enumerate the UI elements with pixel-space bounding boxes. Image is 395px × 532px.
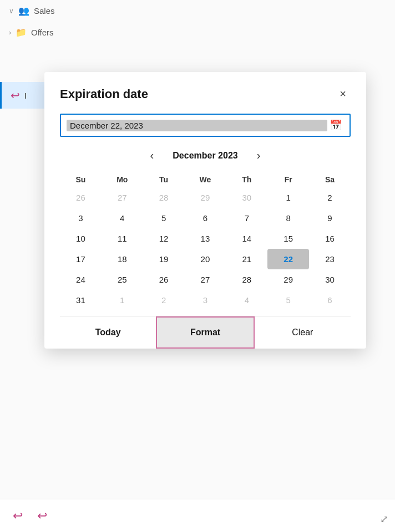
calendar-day[interactable]: 19 bbox=[143, 249, 185, 269]
calendar-day[interactable]: 21 bbox=[226, 249, 267, 269]
calendar-day[interactable]: 23 bbox=[309, 249, 351, 269]
calendar-day[interactable]: 6 bbox=[185, 208, 226, 228]
calendar-day[interactable]: 6 bbox=[309, 290, 351, 310]
calendar-day[interactable]: 24 bbox=[60, 269, 102, 290]
calendar-day[interactable]: 12 bbox=[143, 228, 185, 249]
calendar-day[interactable]: 10 bbox=[60, 228, 102, 249]
back-nav-icon[interactable]: ↩ bbox=[9, 507, 27, 525]
calendar-week-row: 10111213141516 bbox=[60, 228, 351, 249]
weekday-sa: Sa bbox=[309, 171, 351, 187]
calendar-day[interactable]: 15 bbox=[267, 228, 309, 249]
calendar-week-row: 262728293012 bbox=[60, 187, 351, 208]
weekday-fr: Fr bbox=[267, 171, 309, 187]
calendar-day[interactable]: 3 bbox=[60, 208, 102, 228]
chevron-down-icon: ∨ bbox=[9, 7, 14, 15]
calendar-day[interactable]: 3 bbox=[185, 290, 226, 310]
calendar-day[interactable]: 31 bbox=[60, 290, 102, 310]
calendar-day[interactable]: 2 bbox=[309, 187, 351, 208]
dialog-title: Expiration date bbox=[60, 87, 148, 101]
calendar-day[interactable]: 1 bbox=[267, 187, 309, 208]
clear-button[interactable]: Clear bbox=[255, 316, 351, 349]
calendar-day[interactable]: 8 bbox=[267, 208, 309, 228]
dialog-header: Expiration date × bbox=[60, 85, 351, 103]
calendar-day[interactable]: 25 bbox=[102, 269, 143, 290]
calendar-day[interactable]: 14 bbox=[226, 228, 267, 249]
date-input-value[interactable]: December 22, 2023 bbox=[67, 120, 327, 131]
calendar-day[interactable]: 29 bbox=[267, 269, 309, 290]
calendar-day[interactable]: 28 bbox=[143, 187, 185, 208]
second-nav-icon[interactable]: ↩ bbox=[33, 507, 51, 525]
calendar-day[interactable]: 20 bbox=[185, 249, 226, 269]
calendar-day[interactable]: 7 bbox=[226, 208, 267, 228]
calendar-day[interactable]: 16 bbox=[309, 228, 351, 249]
calendar-day[interactable]: 1 bbox=[102, 290, 143, 310]
calendar-day[interactable]: 27 bbox=[102, 187, 143, 208]
calendar-day[interactable]: 2 bbox=[143, 290, 185, 310]
expiration-date-dialog: Expiration date × December 22, 2023 📅 ‹ … bbox=[44, 72, 366, 349]
sidebar-item-sales[interactable]: ∨ 👥 Sales bbox=[0, 0, 395, 22]
calendar-day[interactable]: 4 bbox=[102, 208, 143, 228]
dialog-footer: Today Format Clear bbox=[60, 316, 351, 349]
calendar-day[interactable]: 9 bbox=[309, 208, 351, 228]
month-year-label: December 2023 bbox=[173, 151, 237, 161]
prev-month-button[interactable]: ‹ bbox=[145, 147, 160, 164]
weekday-mo: Mo bbox=[102, 171, 143, 187]
calendar-day[interactable]: 26 bbox=[143, 269, 185, 290]
weekday-tu: Tu bbox=[143, 171, 185, 187]
resize-icon[interactable]: ⤢ bbox=[380, 513, 388, 525]
calendar-day[interactable]: 11 bbox=[102, 228, 143, 249]
weekday-we: We bbox=[185, 171, 226, 187]
calendar-day[interactable]: 26 bbox=[60, 187, 102, 208]
weekday-th: Th bbox=[226, 171, 267, 187]
calendar-day[interactable]: 29 bbox=[185, 187, 226, 208]
calendar-day[interactable]: 5 bbox=[143, 208, 185, 228]
calendar-day[interactable]: 18 bbox=[102, 249, 143, 269]
calendar-week-row: 31123456 bbox=[60, 290, 351, 310]
calendar-week-row: 3456789 bbox=[60, 208, 351, 228]
today-button[interactable]: Today bbox=[60, 316, 156, 349]
calendar-day[interactable]: 5 bbox=[267, 290, 309, 310]
calendar-week-row: 17181920212223 bbox=[60, 249, 351, 269]
calendar-day[interactable]: 30 bbox=[226, 187, 267, 208]
calendar-day[interactable]: 27 bbox=[185, 269, 226, 290]
chevron-right-icon: › bbox=[9, 29, 11, 37]
back-icon: ↩ bbox=[11, 89, 20, 102]
weekday-header-row: Su Mo Tu We Th Fr Sa bbox=[60, 171, 351, 187]
sidebar-item-label: Offers bbox=[31, 28, 54, 37]
calendar-day[interactable]: 17 bbox=[60, 249, 102, 269]
date-input-wrapper: December 22, 2023 📅 bbox=[60, 114, 351, 137]
people-icon: 👥 bbox=[18, 6, 29, 16]
calendar-icon-button[interactable]: 📅 bbox=[327, 118, 344, 132]
calendar-grid: Su Mo Tu We Th Fr Sa 2627282930123456789… bbox=[60, 171, 351, 310]
folder-icon: 📁 bbox=[16, 27, 27, 38]
sidebar-item-label: Sales bbox=[34, 6, 55, 16]
calendar-day[interactable]: 22 bbox=[267, 249, 309, 269]
format-button[interactable]: Format bbox=[156, 316, 254, 349]
close-button[interactable]: × bbox=[335, 85, 351, 103]
calendar-day[interactable]: 30 bbox=[309, 269, 351, 290]
bottom-bar: ↩ ↩ bbox=[0, 499, 395, 532]
weekday-su: Su bbox=[60, 171, 102, 187]
calendar-day[interactable]: 13 bbox=[185, 228, 226, 249]
active-item-label: I bbox=[24, 91, 27, 100]
calendar-nav: ‹ December 2023 › bbox=[60, 139, 351, 168]
next-month-button[interactable]: › bbox=[251, 147, 266, 164]
calendar-week-row: 24252627282930 bbox=[60, 269, 351, 290]
calendar-day[interactable]: 28 bbox=[226, 269, 267, 290]
calendar-day[interactable]: 4 bbox=[226, 290, 267, 310]
sidebar-item-offers[interactable]: › 📁 Offers bbox=[0, 22, 395, 43]
